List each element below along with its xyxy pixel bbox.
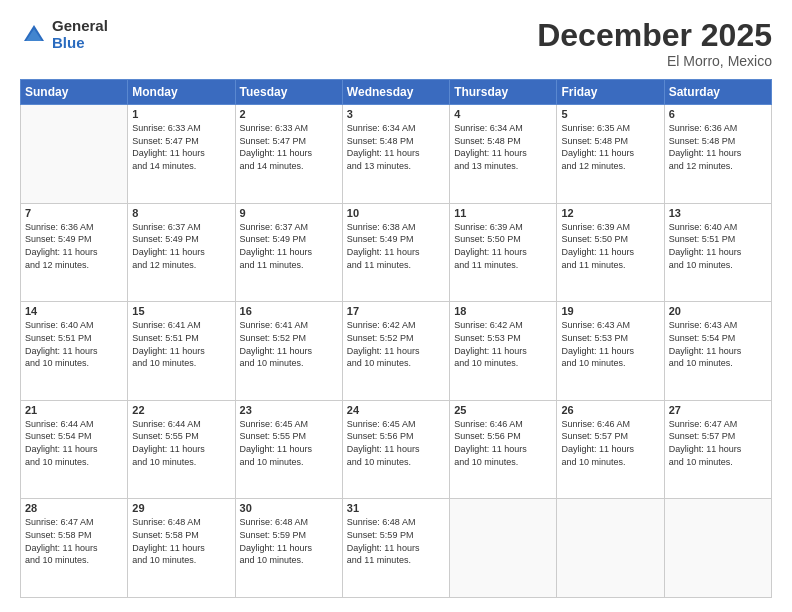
table-row: 30Sunrise: 6:48 AM Sunset: 5:59 PM Dayli… — [235, 499, 342, 598]
header-monday: Monday — [128, 80, 235, 105]
day-info: Sunrise: 6:42 AM Sunset: 5:53 PM Dayligh… — [454, 319, 552, 369]
logo-general-text: General — [52, 18, 108, 35]
table-row: 18Sunrise: 6:42 AM Sunset: 5:53 PM Dayli… — [450, 302, 557, 401]
day-info: Sunrise: 6:47 AM Sunset: 5:58 PM Dayligh… — [25, 516, 123, 566]
day-number: 29 — [132, 502, 230, 514]
table-row: 29Sunrise: 6:48 AM Sunset: 5:58 PM Dayli… — [128, 499, 235, 598]
table-row: 9Sunrise: 6:37 AM Sunset: 5:49 PM Daylig… — [235, 203, 342, 302]
day-info: Sunrise: 6:47 AM Sunset: 5:57 PM Dayligh… — [669, 418, 767, 468]
day-info: Sunrise: 6:42 AM Sunset: 5:52 PM Dayligh… — [347, 319, 445, 369]
header-sunday: Sunday — [21, 80, 128, 105]
calendar-table: Sunday Monday Tuesday Wednesday Thursday… — [20, 79, 772, 598]
day-info: Sunrise: 6:37 AM Sunset: 5:49 PM Dayligh… — [132, 221, 230, 271]
day-number: 25 — [454, 404, 552, 416]
table-row: 3Sunrise: 6:34 AM Sunset: 5:48 PM Daylig… — [342, 105, 449, 204]
table-row — [557, 499, 664, 598]
table-row — [21, 105, 128, 204]
header-wednesday: Wednesday — [342, 80, 449, 105]
day-info: Sunrise: 6:48 AM Sunset: 5:59 PM Dayligh… — [347, 516, 445, 566]
day-info: Sunrise: 6:33 AM Sunset: 5:47 PM Dayligh… — [132, 122, 230, 172]
day-number: 7 — [25, 207, 123, 219]
header-tuesday: Tuesday — [235, 80, 342, 105]
day-number: 14 — [25, 305, 123, 317]
table-row: 4Sunrise: 6:34 AM Sunset: 5:48 PM Daylig… — [450, 105, 557, 204]
table-row: 31Sunrise: 6:48 AM Sunset: 5:59 PM Dayli… — [342, 499, 449, 598]
day-info: Sunrise: 6:34 AM Sunset: 5:48 PM Dayligh… — [454, 122, 552, 172]
table-row: 23Sunrise: 6:45 AM Sunset: 5:55 PM Dayli… — [235, 400, 342, 499]
table-row: 10Sunrise: 6:38 AM Sunset: 5:49 PM Dayli… — [342, 203, 449, 302]
day-number: 17 — [347, 305, 445, 317]
day-info: Sunrise: 6:43 AM Sunset: 5:54 PM Dayligh… — [669, 319, 767, 369]
table-row: 6Sunrise: 6:36 AM Sunset: 5:48 PM Daylig… — [664, 105, 771, 204]
table-row: 17Sunrise: 6:42 AM Sunset: 5:52 PM Dayli… — [342, 302, 449, 401]
table-row — [450, 499, 557, 598]
day-number: 28 — [25, 502, 123, 514]
day-info: Sunrise: 6:41 AM Sunset: 5:52 PM Dayligh… — [240, 319, 338, 369]
table-row: 14Sunrise: 6:40 AM Sunset: 5:51 PM Dayli… — [21, 302, 128, 401]
day-number: 1 — [132, 108, 230, 120]
day-number: 16 — [240, 305, 338, 317]
main-title: December 2025 — [537, 18, 772, 53]
table-row: 13Sunrise: 6:40 AM Sunset: 5:51 PM Dayli… — [664, 203, 771, 302]
table-row: 20Sunrise: 6:43 AM Sunset: 5:54 PM Dayli… — [664, 302, 771, 401]
day-number: 2 — [240, 108, 338, 120]
day-info: Sunrise: 6:46 AM Sunset: 5:56 PM Dayligh… — [454, 418, 552, 468]
day-info: Sunrise: 6:38 AM Sunset: 5:49 PM Dayligh… — [347, 221, 445, 271]
day-info: Sunrise: 6:43 AM Sunset: 5:53 PM Dayligh… — [561, 319, 659, 369]
table-row: 21Sunrise: 6:44 AM Sunset: 5:54 PM Dayli… — [21, 400, 128, 499]
day-number: 5 — [561, 108, 659, 120]
day-number: 22 — [132, 404, 230, 416]
header: General Blue December 2025 El Morro, Mex… — [20, 18, 772, 69]
day-info: Sunrise: 6:44 AM Sunset: 5:55 PM Dayligh… — [132, 418, 230, 468]
day-info: Sunrise: 6:48 AM Sunset: 5:59 PM Dayligh… — [240, 516, 338, 566]
logo-blue-text: Blue — [52, 35, 108, 52]
page: General Blue December 2025 El Morro, Mex… — [0, 0, 792, 612]
table-row: 8Sunrise: 6:37 AM Sunset: 5:49 PM Daylig… — [128, 203, 235, 302]
day-info: Sunrise: 6:45 AM Sunset: 5:55 PM Dayligh… — [240, 418, 338, 468]
day-info: Sunrise: 6:45 AM Sunset: 5:56 PM Dayligh… — [347, 418, 445, 468]
day-info: Sunrise: 6:36 AM Sunset: 5:48 PM Dayligh… — [669, 122, 767, 172]
header-friday: Friday — [557, 80, 664, 105]
day-number: 21 — [25, 404, 123, 416]
logo: General Blue — [20, 18, 108, 51]
header-saturday: Saturday — [664, 80, 771, 105]
table-row: 22Sunrise: 6:44 AM Sunset: 5:55 PM Dayli… — [128, 400, 235, 499]
day-number: 9 — [240, 207, 338, 219]
day-number: 27 — [669, 404, 767, 416]
day-info: Sunrise: 6:35 AM Sunset: 5:48 PM Dayligh… — [561, 122, 659, 172]
day-info: Sunrise: 6:48 AM Sunset: 5:58 PM Dayligh… — [132, 516, 230, 566]
calendar-week-row: 7Sunrise: 6:36 AM Sunset: 5:49 PM Daylig… — [21, 203, 772, 302]
table-row: 27Sunrise: 6:47 AM Sunset: 5:57 PM Dayli… — [664, 400, 771, 499]
table-row: 7Sunrise: 6:36 AM Sunset: 5:49 PM Daylig… — [21, 203, 128, 302]
header-thursday: Thursday — [450, 80, 557, 105]
table-row — [664, 499, 771, 598]
day-info: Sunrise: 6:39 AM Sunset: 5:50 PM Dayligh… — [454, 221, 552, 271]
day-info: Sunrise: 6:46 AM Sunset: 5:57 PM Dayligh… — [561, 418, 659, 468]
day-number: 31 — [347, 502, 445, 514]
calendar-week-row: 1Sunrise: 6:33 AM Sunset: 5:47 PM Daylig… — [21, 105, 772, 204]
day-number: 10 — [347, 207, 445, 219]
day-info: Sunrise: 6:37 AM Sunset: 5:49 PM Dayligh… — [240, 221, 338, 271]
day-info: Sunrise: 6:40 AM Sunset: 5:51 PM Dayligh… — [669, 221, 767, 271]
table-row: 25Sunrise: 6:46 AM Sunset: 5:56 PM Dayli… — [450, 400, 557, 499]
day-info: Sunrise: 6:41 AM Sunset: 5:51 PM Dayligh… — [132, 319, 230, 369]
table-row: 19Sunrise: 6:43 AM Sunset: 5:53 PM Dayli… — [557, 302, 664, 401]
table-row: 28Sunrise: 6:47 AM Sunset: 5:58 PM Dayli… — [21, 499, 128, 598]
day-number: 19 — [561, 305, 659, 317]
day-info: Sunrise: 6:36 AM Sunset: 5:49 PM Dayligh… — [25, 221, 123, 271]
day-number: 8 — [132, 207, 230, 219]
table-row: 5Sunrise: 6:35 AM Sunset: 5:48 PM Daylig… — [557, 105, 664, 204]
day-info: Sunrise: 6:33 AM Sunset: 5:47 PM Dayligh… — [240, 122, 338, 172]
calendar-week-row: 14Sunrise: 6:40 AM Sunset: 5:51 PM Dayli… — [21, 302, 772, 401]
table-row: 11Sunrise: 6:39 AM Sunset: 5:50 PM Dayli… — [450, 203, 557, 302]
day-number: 4 — [454, 108, 552, 120]
day-info: Sunrise: 6:40 AM Sunset: 5:51 PM Dayligh… — [25, 319, 123, 369]
table-row: 12Sunrise: 6:39 AM Sunset: 5:50 PM Dayli… — [557, 203, 664, 302]
day-number: 13 — [669, 207, 767, 219]
day-number: 18 — [454, 305, 552, 317]
day-number: 12 — [561, 207, 659, 219]
day-number: 6 — [669, 108, 767, 120]
day-number: 24 — [347, 404, 445, 416]
day-number: 11 — [454, 207, 552, 219]
day-number: 26 — [561, 404, 659, 416]
